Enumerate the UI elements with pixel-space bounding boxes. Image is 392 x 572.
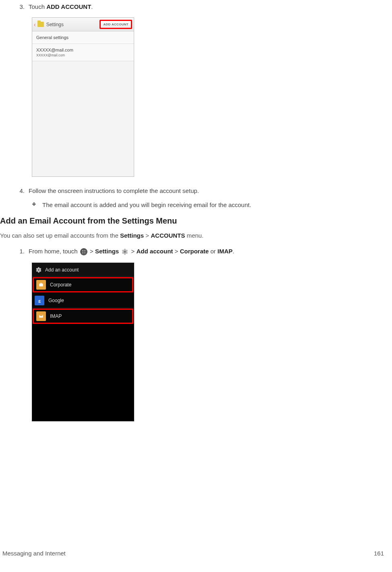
account-option-label: Corporate bbox=[50, 282, 71, 288]
s1b-b4: IMAP bbox=[218, 248, 233, 255]
step-3-bold: ADD ACCOUNT bbox=[46, 3, 91, 10]
intro-p2: menu. bbox=[185, 232, 203, 239]
google-icon: g bbox=[35, 296, 44, 305]
svg-point-1 bbox=[38, 269, 39, 271]
page-footer: Messaging and Internet 161 bbox=[0, 550, 392, 557]
account-option-label: Google bbox=[48, 298, 64, 303]
add-account-button[interactable]: ADD ACCOUNT bbox=[100, 20, 132, 29]
account-option-label: IMAP bbox=[50, 313, 62, 319]
result-text: The email account is added and you will … bbox=[42, 201, 251, 208]
svg-point-0 bbox=[124, 251, 126, 253]
gear-icon bbox=[35, 267, 42, 273]
account-option-imap[interactable]: IMAP bbox=[33, 309, 133, 324]
intro-b2: ACCOUNTS bbox=[151, 232, 185, 239]
screenshot-settings: ‹ Settings ADD ACCOUNT General settings … bbox=[32, 17, 134, 177]
step-number: 1. bbox=[18, 248, 29, 255]
add-account-title: Add an account bbox=[45, 267, 79, 273]
s1b-or: or bbox=[209, 248, 218, 255]
step-body: From home, touch > Settings > Add accoun… bbox=[29, 248, 374, 255]
s1b-p1: From home, touch bbox=[29, 248, 79, 255]
mail-icon bbox=[36, 311, 46, 321]
footer-section: Messaging and Internet bbox=[2, 550, 66, 557]
s1b-b2: Add account bbox=[136, 248, 173, 255]
s1b-suffix: . bbox=[232, 248, 234, 255]
step-body: Follow the onscreen instructions to comp… bbox=[29, 187, 374, 194]
settings-row-account1-sub: XXXXX@mail.com bbox=[32, 53, 134, 61]
intro-paragraph: You can also set up email accounts from … bbox=[0, 232, 392, 239]
s1b-gt2: > bbox=[129, 248, 136, 255]
settings-title: Settings bbox=[46, 22, 100, 27]
intro-b1: Settings bbox=[120, 232, 144, 239]
s1b-b1: Settings bbox=[95, 248, 119, 255]
step-3-prefix: Touch bbox=[29, 3, 46, 10]
settings-blank-area bbox=[32, 61, 134, 177]
settings-row-general[interactable]: General settings bbox=[32, 31, 134, 44]
footer-page-number: 161 bbox=[374, 550, 384, 557]
step-number: 3. bbox=[18, 3, 29, 10]
s1b-gt1: > bbox=[88, 248, 95, 255]
settings-header: ‹ Settings ADD ACCOUNT bbox=[32, 18, 134, 31]
back-chevron-icon[interactable]: ‹ bbox=[34, 21, 36, 28]
add-account-header: Add an account bbox=[32, 263, 134, 277]
result-bullet: ❖ The email account is added and you wil… bbox=[29, 201, 374, 208]
account-option-google[interactable]: g Google bbox=[32, 293, 134, 308]
folder-icon bbox=[37, 22, 44, 27]
step-3-suffix: . bbox=[91, 3, 93, 10]
step-4: 4. Follow the onscreen instructions to c… bbox=[18, 187, 374, 194]
briefcase-icon bbox=[36, 280, 46, 290]
step-number: 4. bbox=[18, 187, 29, 194]
account-option-corporate[interactable]: Corporate bbox=[33, 277, 133, 292]
apps-icon bbox=[80, 248, 87, 255]
step-3: 3. Touch ADD ACCOUNT. bbox=[18, 3, 374, 10]
screenshot-add-account: Add an account Corporate g Google IMAP bbox=[32, 263, 134, 421]
intro-p1: You can also set up email accounts from … bbox=[0, 232, 120, 239]
section-heading: Add an Email Account from the Settings M… bbox=[0, 216, 392, 226]
diamond-bullet-icon: ❖ bbox=[29, 201, 42, 208]
step-body: Touch ADD ACCOUNT. bbox=[29, 3, 374, 10]
settings-row-account1[interactable]: XXXXX@mail.com bbox=[32, 44, 134, 53]
s1b-gt3: > bbox=[173, 248, 180, 255]
intro-gt1: > bbox=[144, 232, 151, 239]
gear-icon bbox=[121, 248, 129, 255]
step-1b: 1. From home, touch > Settings > Add acc… bbox=[18, 248, 374, 255]
s1b-b3: Corporate bbox=[180, 248, 209, 255]
